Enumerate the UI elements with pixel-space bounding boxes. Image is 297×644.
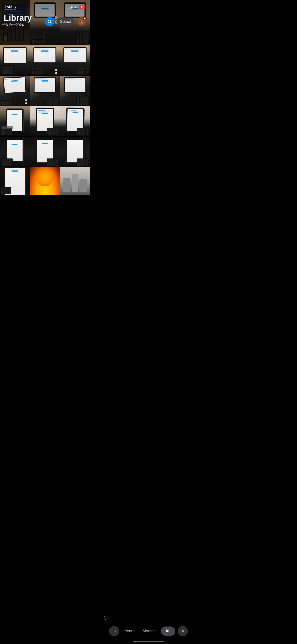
photo-cell-6[interactable] (60, 45, 90, 75)
signal-icon (68, 6, 73, 8)
cell6-scene (60, 45, 90, 75)
photo-cell-11[interactable] (30, 106, 60, 136)
cell9-scene (60, 76, 90, 106)
photo-cell-4[interactable] (0, 45, 30, 75)
signal-dot-2 (70, 7, 70, 8)
photo-cell-14[interactable] (30, 136, 60, 166)
photo-cell-12[interactable] (60, 106, 90, 136)
photo-header: Library 16 Oct 2024 Select 🐻 (0, 12, 90, 30)
photo-cell-10[interactable] (0, 106, 30, 136)
photo-cell-15[interactable] (60, 136, 90, 166)
bottom-spacer (0, 195, 90, 232)
signal-dot-1 (68, 8, 69, 8)
photo-cell-sunflower[interactable] (30, 167, 60, 195)
cell4-scene (0, 45, 30, 75)
wifi-icon: ▾▾ (74, 5, 78, 9)
photo-row-5 (0, 136, 90, 166)
cell15-scene (60, 136, 90, 166)
cell11-scene (30, 106, 60, 136)
battery-indicator: 11 (79, 5, 85, 9)
signal-dot-3 (71, 6, 72, 8)
photo-cell-5[interactable] (30, 45, 60, 75)
sunflower-scene (30, 167, 60, 195)
svg-line-1 (50, 22, 52, 24)
photo-row-3 (0, 76, 90, 106)
cell8-scene (30, 76, 60, 106)
photo-cell-outdoor[interactable] (60, 167, 90, 195)
device-frame: 1:43 {} ▾▾ 11 (0, 0, 90, 232)
select-button[interactable]: Select (56, 18, 74, 26)
avatar[interactable]: 🐻 (77, 17, 86, 26)
photo-cell-13[interactable] (0, 136, 30, 166)
cell16-scene (0, 167, 30, 195)
header-actions-group: Select 🐻 (45, 17, 86, 26)
time-symbol: {} (14, 5, 16, 9)
search-icon (47, 19, 52, 24)
outdoor-scene (60, 167, 90, 195)
cell5-scene (30, 45, 60, 75)
photo-cell-16[interactable] (0, 167, 30, 195)
status-time: 1:43 {} (4, 5, 16, 10)
photo-row-6-partial (0, 167, 90, 195)
cell10-scene (0, 106, 30, 136)
cell7-scene (0, 76, 30, 106)
photo-row-2 (0, 45, 90, 75)
status-right-group: ▾▾ 11 (68, 5, 85, 9)
photo-row-4 (0, 106, 90, 136)
page-date: 16 Oct 2024 (4, 23, 45, 27)
svg-point-0 (48, 20, 51, 23)
cell14-scene (30, 136, 60, 166)
search-button[interactable] (45, 17, 54, 26)
cell13-scene (0, 136, 30, 166)
photo-cell-9[interactable] (60, 76, 90, 106)
page-title: Library (4, 13, 45, 22)
photo-cell-8[interactable] (30, 76, 60, 106)
signal-dot-4 (72, 6, 73, 8)
avatar-notification-badge (83, 16, 86, 20)
photo-cell-7[interactable] (0, 76, 30, 106)
status-bar: 1:43 {} ▾▾ 11 (0, 0, 90, 12)
header-left-section: Library 16 Oct 2024 (4, 13, 45, 27)
time-display: 1:43 (4, 5, 12, 9)
photo-content-area: Science Questions are the type of sharin… (0, 0, 90, 232)
cell12-scene (60, 106, 90, 136)
